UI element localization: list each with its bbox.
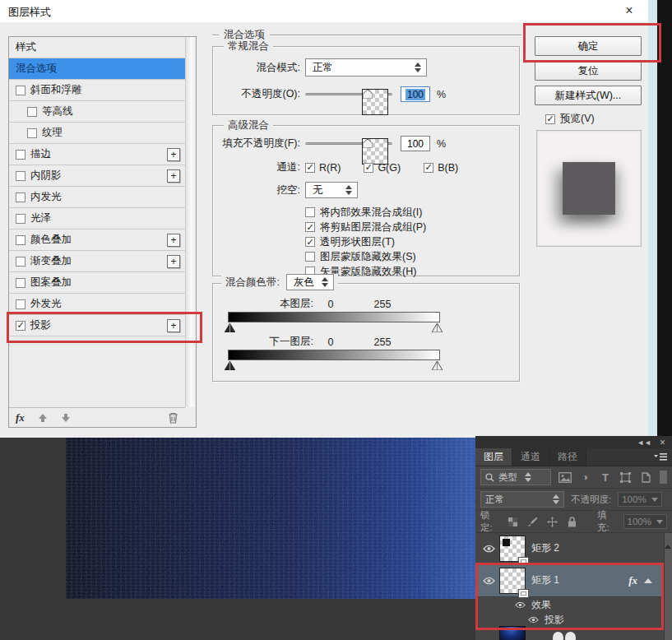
sidebar-item-blending-options[interactable]: 混合选项	[9, 58, 185, 80]
layer-opacity-input[interactable]: 100%	[618, 492, 661, 507]
blend-clipped-checkbox[interactable]: 将剪贴图层混合成组(P)	[305, 220, 426, 234]
blend-interior-checkbox[interactable]: 将内部效果混合成组(I)	[305, 205, 426, 220]
filter-type-select[interactable]: 类型	[480, 469, 551, 485]
sidebar-item-satin[interactable]: 光泽	[9, 208, 185, 230]
sidebar-item-pattern-overlay[interactable]: 图案叠加	[9, 272, 185, 294]
checkbox-checked-icon[interactable]	[545, 114, 555, 124]
tab-paths[interactable]: 路径	[549, 448, 586, 466]
filter-type-layers-icon[interactable]: T	[599, 471, 613, 484]
plus-icon[interactable]: +	[167, 169, 180, 183]
panel-menu-icon[interactable]	[654, 448, 672, 466]
knockout-select[interactable]: 无	[305, 182, 358, 198]
collapse-panel-icon[interactable]: ◄◄	[637, 438, 651, 447]
checkbox-icon[interactable]	[27, 128, 37, 138]
plus-icon[interactable]: +	[167, 234, 180, 247]
this-layer-min: 0	[318, 299, 343, 310]
slider-thumb-icon[interactable]	[363, 90, 387, 114]
layer-row-rect2[interactable]: 矩形 2	[475, 533, 664, 564]
fill-opacity-input[interactable]: 100	[401, 136, 430, 151]
sidebar-header-styles[interactable]: 样式	[9, 37, 185, 58]
transparency-shapes-checkbox[interactable]: 透明形状图层(T)	[305, 234, 426, 249]
blend-if-label: 混合颜色带:	[225, 276, 280, 290]
checkbox-icon[interactable]	[16, 171, 25, 181]
close-panel-icon[interactable]: ×	[660, 438, 665, 447]
lock-position-icon[interactable]	[546, 517, 559, 527]
opacity-input[interactable]: 100	[401, 86, 430, 102]
white-slider-icon[interactable]	[432, 361, 443, 373]
preview-checkbox[interactable]: 预览(V)	[545, 112, 595, 126]
black-slider-icon[interactable]	[225, 361, 235, 373]
lock-transparency-icon[interactable]	[507, 517, 520, 526]
layer-name[interactable]: 矩形 2	[531, 541, 559, 555]
layer-mask-hides-checkbox[interactable]: 图层蒙版隐藏效果(S)	[305, 249, 426, 264]
fx-menu-button[interactable]: fx	[16, 411, 25, 424]
checkbox-icon[interactable]	[16, 257, 25, 267]
style-list-scrollbar[interactable]	[185, 37, 196, 407]
slider-thumb-icon[interactable]	[363, 139, 387, 164]
fill-label: 填充:	[597, 509, 617, 534]
fill-opacity-label: 填充不透明度(F):	[220, 137, 305, 151]
fill-opacity-slider[interactable]	[305, 139, 392, 149]
white-slider-icon[interactable]	[432, 323, 443, 335]
reset-button[interactable]: 复位	[535, 61, 642, 81]
blend-mode-label: 混合模式:	[220, 61, 305, 75]
tab-layers[interactable]: 图层	[475, 448, 512, 466]
plus-icon[interactable]: +	[167, 255, 180, 268]
sidebar-item-stroke[interactable]: 描边 +	[9, 144, 185, 165]
checkbox-icon	[305, 207, 315, 217]
sidebar-item-contour[interactable]: 等高线	[9, 101, 185, 123]
filter-shape-layers-icon[interactable]	[619, 472, 633, 483]
lock-all-icon[interactable]	[566, 517, 579, 527]
checkbox-icon[interactable]	[16, 150, 25, 160]
plus-icon[interactable]: +	[167, 148, 180, 161]
opacity-slider[interactable]	[305, 90, 392, 100]
checkbox-icon[interactable]	[16, 299, 25, 309]
style-preview	[536, 130, 642, 247]
knockout-label: 挖空:	[220, 183, 305, 197]
move-up-icon[interactable]	[38, 413, 48, 423]
panel-tabs: 图层 通道 路径	[475, 448, 672, 466]
blend-if-select[interactable]: 灰色	[286, 274, 334, 290]
filter-pixel-layers-icon[interactable]	[558, 472, 572, 483]
channel-g-checkbox[interactable]: G(G)	[364, 162, 401, 174]
delete-effect-icon[interactable]	[168, 412, 178, 424]
sidebar-item-bevel-emboss[interactable]: 斜面和浮雕	[9, 80, 185, 101]
lock-row: 锁定: 填充: 100%	[475, 511, 672, 533]
black-slider-icon[interactable]	[225, 323, 235, 335]
sidebar-item-inner-glow[interactable]: 内发光	[9, 187, 185, 208]
checkbox-icon[interactable]	[16, 214, 25, 224]
checkbox-checked-icon	[364, 163, 373, 173]
tab-channels[interactable]: 通道	[512, 448, 549, 466]
close-icon[interactable]: ×	[619, 2, 640, 19]
fill-input[interactable]: 100%	[623, 514, 667, 529]
checkbox-icon[interactable]	[27, 107, 37, 117]
layers-scrollbar[interactable]	[664, 533, 672, 640]
filter-adjustment-icon[interactable]: ◑	[578, 471, 592, 483]
sidebar-item-color-overlay[interactable]: 颜色叠加 +	[9, 230, 185, 251]
blend-mode-select[interactable]: 正常	[305, 58, 427, 77]
advanced-blending-group: 高级混合 填充不透明度(F): 100 % 通道: R(R) G(G) B(B)…	[212, 125, 520, 276]
filter-toggle-button[interactable]	[660, 471, 667, 484]
filter-smart-objects-icon[interactable]	[639, 472, 653, 483]
move-down-icon[interactable]	[61, 413, 71, 423]
layer-blend-mode-select[interactable]: 正常	[480, 491, 564, 508]
channel-b-checkbox[interactable]: B(B)	[424, 162, 458, 174]
lock-pixels-icon[interactable]	[526, 517, 540, 526]
checkbox-icon[interactable]	[16, 86, 25, 95]
checkbox-icon[interactable]	[16, 278, 25, 288]
new-style-button[interactable]: 新建样式(W)...	[535, 86, 642, 105]
scroll-up-icon	[665, 533, 671, 549]
this-layer-gradient[interactable]	[228, 312, 440, 322]
sidebar-item-texture[interactable]: 纹理	[9, 123, 185, 144]
preview-swatch	[563, 162, 615, 215]
checkbox-icon[interactable]	[16, 192, 25, 202]
sidebar-item-inner-shadow[interactable]: 内阴影 +	[9, 165, 185, 187]
next-layer-gradient[interactable]	[228, 350, 440, 360]
checkbox-icon[interactable]	[16, 235, 25, 245]
spinner-icon	[415, 63, 421, 72]
sidebar-item-gradient-overlay[interactable]: 渐变叠加 +	[9, 251, 185, 272]
visibility-eye-icon[interactable]	[479, 545, 498, 553]
channel-r-checkbox[interactable]: R(R)	[305, 162, 341, 174]
checkbox-icon	[305, 252, 315, 262]
layer-thumbnail[interactable]	[500, 536, 525, 561]
